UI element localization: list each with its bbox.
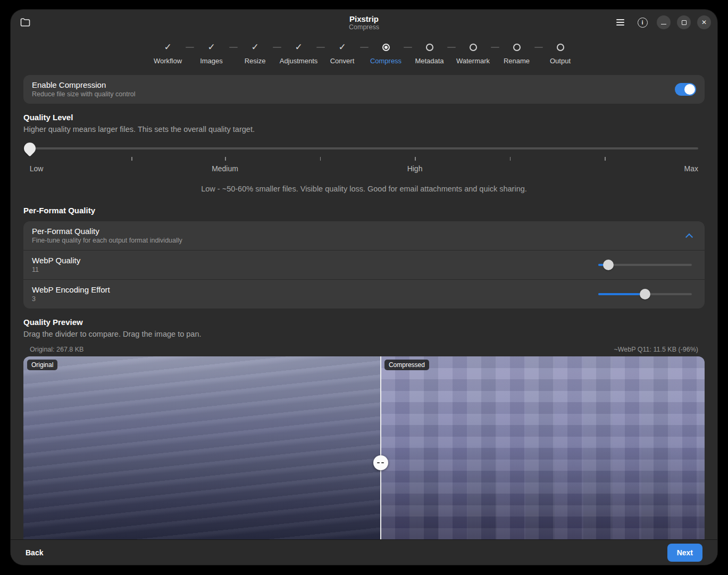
original-image-pane[interactable]	[23, 356, 381, 539]
step-label: Metadata	[415, 57, 444, 65]
minimize-button[interactable]	[657, 15, 671, 29]
upcoming-step-icon	[557, 44, 564, 51]
menu-icon	[616, 22, 624, 23]
slider-tick	[605, 157, 606, 161]
app-window: Pixstrip Compress i ✕ ✓ Workflow	[11, 10, 717, 565]
check-icon: ✓	[295, 42, 302, 53]
comparison-divider[interactable]	[380, 356, 381, 539]
step-compress[interactable]: Compress	[364, 42, 408, 65]
current-step-icon	[382, 44, 390, 51]
grip-icon	[377, 462, 380, 463]
step-images[interactable]: ✓ Images	[190, 42, 233, 65]
headerbar: Pixstrip Compress i ✕	[11, 10, 717, 35]
window-title-block: Pixstrip Compress	[11, 10, 717, 35]
mark-low: Low	[30, 164, 44, 173]
quality-preview-heading: Quality Preview	[23, 318, 705, 327]
slider-tick	[510, 157, 511, 161]
close-icon: ✕	[701, 19, 707, 26]
step-metadata[interactable]: Metadata	[408, 42, 451, 65]
slider-tick	[225, 157, 226, 161]
upcoming-step-icon	[426, 44, 433, 51]
step-label: Compress	[370, 57, 401, 65]
mark-high: High	[407, 164, 423, 173]
step-label: Watermark	[456, 57, 490, 65]
upcoming-step-icon	[470, 44, 477, 51]
expander-subtitle: Fine-tune quality for each output format…	[32, 236, 182, 245]
check-icon: ✓	[251, 42, 258, 53]
step-workflow[interactable]: ✓ Workflow	[146, 42, 190, 65]
mark-medium: Medium	[212, 164, 238, 173]
enable-compression-title: Enable Compression	[32, 80, 136, 90]
webp-effort-slider[interactable]	[598, 293, 692, 295]
step-resize[interactable]: ✓ Resize	[233, 42, 277, 65]
check-icon: ✓	[207, 42, 215, 53]
comparison-preview[interactable]: Original Compressed	[23, 356, 705, 539]
compressed-badge: Compressed	[384, 360, 429, 370]
quality-slider-track[interactable]: Low Medium High Max	[30, 147, 698, 149]
quality-level-heading: Quality Level	[23, 113, 705, 122]
quality-level-description: Higher quality means larger files. This …	[23, 125, 705, 134]
check-icon: ✓	[164, 42, 171, 53]
main-menu-button[interactable]	[612, 14, 628, 30]
webp-quality-value: 11	[32, 265, 80, 274]
step-label: Images	[200, 57, 223, 65]
upcoming-step-icon	[513, 44, 521, 51]
step-watermark[interactable]: Watermark	[451, 42, 495, 65]
webp-effort-slider-handle[interactable]	[640, 289, 650, 299]
webp-quality-slider[interactable]	[598, 264, 692, 266]
original-size-label: Original: 267.8 KB	[30, 346, 83, 353]
step-label: Output	[550, 57, 571, 65]
grip-icon	[381, 462, 384, 463]
expander-title: Per-Format Quality	[32, 226, 182, 236]
about-button[interactable]: i	[634, 14, 650, 30]
enable-compression-row: Enable Compression Reduce file size with…	[23, 75, 705, 104]
quality-level-caption: Low - ~50-60% smaller files. Visible qua…	[23, 185, 705, 193]
step-label: Resize	[245, 57, 266, 65]
original-badge: Original	[27, 360, 57, 370]
divider-handle[interactable]	[373, 455, 388, 470]
maximize-button[interactable]	[677, 15, 691, 29]
quality-preview-description: Drag the divider to compare. Drag the im…	[23, 330, 705, 338]
webp-effort-row: WebP Encoding Effort 3	[23, 279, 705, 309]
mark-max: Max	[684, 164, 698, 173]
per-format-expander-header[interactable]: Per-Format Quality Fine-tune quality for…	[23, 221, 705, 250]
per-format-heading: Per-Format Quality	[23, 206, 705, 215]
close-button[interactable]: ✕	[697, 15, 711, 29]
slider-tick	[320, 157, 321, 161]
open-folder-button[interactable]	[17, 14, 33, 30]
info-icon: i	[638, 18, 648, 28]
step-adjustments[interactable]: ✓ Adjustments	[277, 42, 321, 65]
quality-level-slider: Low Medium High Max	[23, 142, 705, 180]
app-title: Pixstrip	[349, 14, 379, 23]
wizard-footer: Back Next	[11, 539, 717, 565]
next-button[interactable]: Next	[667, 544, 702, 562]
step-output[interactable]: Output	[539, 42, 582, 65]
webp-effort-slider-fill	[598, 293, 645, 295]
step-label: Workflow	[154, 57, 182, 65]
webp-quality-row: WebP Quality 11	[23, 250, 705, 279]
webp-quality-slider-handle[interactable]	[603, 260, 614, 270]
compress-page: Enable Compression Reduce file size with…	[11, 70, 717, 539]
toggle-knob	[684, 84, 695, 95]
webp-effort-value: 3	[32, 295, 110, 304]
quality-slider-handle[interactable]	[21, 140, 38, 156]
back-button[interactable]: Back	[26, 548, 43, 557]
check-icon: ✓	[338, 42, 346, 53]
step-label: Adjustments	[280, 57, 318, 65]
minimize-icon	[661, 24, 666, 25]
per-format-expander: Per-Format Quality Fine-tune quality for…	[23, 221, 705, 309]
enable-compression-toggle[interactable]	[675, 83, 696, 96]
step-rename[interactable]: Rename	[495, 42, 539, 65]
webp-quality-label: WebP Quality	[32, 255, 80, 265]
enable-compression-subtitle: Reduce file size with quality control	[32, 90, 136, 99]
compressed-size-label: ~WebP Q11: 11.5 KB (-96%)	[614, 346, 698, 353]
webp-effort-label: WebP Encoding Effort	[32, 285, 110, 295]
folder-icon	[20, 18, 30, 27]
chevron-up-icon	[685, 234, 693, 241]
app-subtitle: Compress	[349, 23, 379, 31]
step-convert[interactable]: ✓ Convert	[321, 42, 364, 65]
slider-tick	[415, 157, 416, 161]
compressed-image-pane[interactable]	[381, 356, 705, 539]
step-label: Convert	[330, 57, 355, 65]
step-label: Rename	[504, 57, 530, 65]
